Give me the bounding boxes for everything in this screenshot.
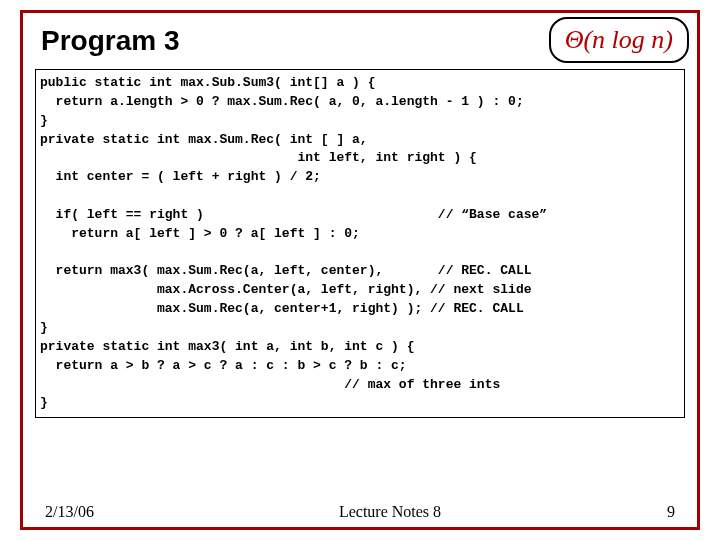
slide-frame: Program 3 Θ(n log n) public static int m…	[20, 10, 700, 530]
slide-footer: 2/13/06 Lecture Notes 8 9	[23, 503, 697, 521]
code-box: public static int max.Sub.Sum3( int[] a …	[35, 69, 685, 418]
slide-header: Program 3 Θ(n log n)	[23, 13, 697, 65]
footer-page-number: 9	[615, 503, 675, 521]
code-text: public static int max.Sub.Sum3( int[] a …	[40, 74, 680, 413]
footer-center: Lecture Notes 8	[165, 503, 615, 521]
slide-title: Program 3	[41, 25, 180, 57]
complexity-badge: Θ(n log n)	[549, 17, 689, 63]
footer-date: 2/13/06	[45, 503, 165, 521]
